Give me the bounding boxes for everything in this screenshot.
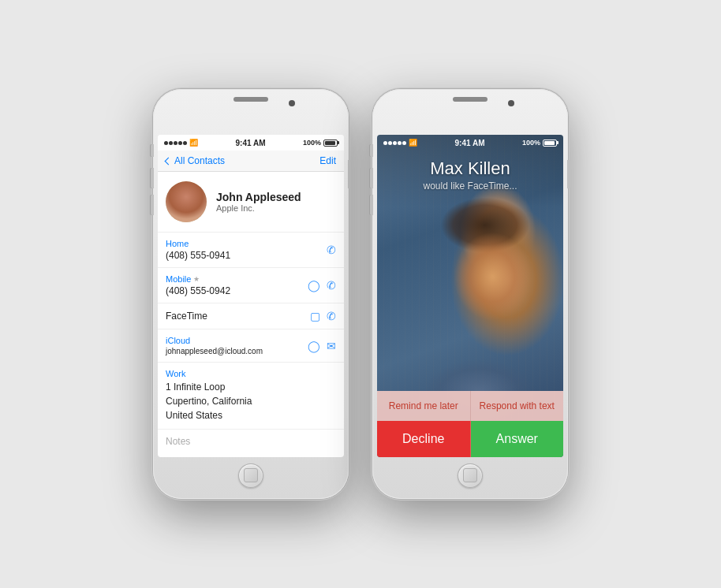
secondary-actions: Remind me later Respond with text — [377, 391, 563, 421]
volume-up-button-2[interactable] — [370, 168, 373, 188]
speaker-grille — [233, 97, 268, 102]
contact-company: Apple Inc. — [216, 203, 301, 213]
field-icloud-row: iCloud johnappleseed@icloud.com ◯ ✉ — [166, 336, 336, 355]
field-home-content: Home (408) 555-0941 — [166, 239, 230, 261]
silent-switch-2[interactable] — [370, 144, 373, 157]
decline-button[interactable]: Decline — [377, 421, 471, 457]
chevron-left-icon — [165, 157, 173, 165]
back-button[interactable]: All Contacts — [166, 155, 225, 166]
contact-info: John Appleseed Apple Inc. — [216, 191, 301, 213]
ft-status-left: 📶 — [383, 139, 417, 147]
field-home: Home (408) 555-0941 ✆ — [158, 233, 344, 268]
volume-up-button[interactable] — [151, 168, 154, 188]
answer-button[interactable]: Answer — [471, 421, 564, 457]
phones-container: 📶 9:41 AM 100% All Contacts Edit — [153, 89, 568, 499]
volume-down-button[interactable] — [151, 195, 154, 215]
status-left: 📶 — [164, 139, 198, 147]
message-icon-2[interactable]: ◯ — [308, 340, 320, 352]
status-right: 100% — [303, 139, 338, 147]
field-facetime-row: FaceTime ▢ ✆ — [166, 310, 336, 322]
field-work-label: Work — [166, 369, 336, 378]
contact-fields: Home (408) 555-0941 ✆ Mobile ★ (408) 555… — [158, 233, 344, 453]
phone-icon[interactable]: ✆ — [327, 244, 336, 256]
ft-battery-label: 100% — [522, 139, 540, 147]
home-button[interactable] — [238, 463, 263, 488]
iphone-facetime: 📶 9:41 AM 100% Max Killen would like Fac… — [372, 89, 568, 499]
ft-status-right: 100% — [522, 139, 557, 147]
volume-down-button-2[interactable] — [370, 195, 373, 215]
field-facetime: FaceTime ▢ ✆ — [158, 303, 344, 329]
field-home-value[interactable]: (408) 555-0941 — [166, 250, 230, 261]
field-icloud-icons: ◯ ✉ — [308, 340, 336, 352]
field-facetime-content: FaceTime — [166, 311, 207, 322]
field-home-icons: ✆ — [327, 244, 336, 256]
remind-later-button[interactable]: Remind me later — [377, 391, 471, 421]
call-type: would like FaceTime... — [377, 180, 563, 192]
home-button-2[interactable] — [458, 463, 483, 488]
ft-time-display: 9:41 AM — [454, 139, 484, 147]
battery-icon — [323, 140, 338, 147]
field-mobile-content: Mobile ★ (408) 555-0942 — [166, 274, 230, 296]
time-display: 9:41 AM — [235, 139, 265, 147]
facetime-incoming-screen: 📶 9:41 AM 100% Max Killen would like Fac… — [377, 135, 563, 457]
message-icon[interactable]: ◯ — [308, 279, 320, 292]
front-camera — [289, 100, 295, 106]
field-home-label: Home — [166, 239, 230, 248]
ft-signal-icon — [383, 141, 406, 145]
field-mobile: Mobile ★ (408) 555-0942 ◯ ✆ — [158, 268, 344, 303]
field-mobile-label: Mobile ★ — [166, 274, 230, 284]
field-work: Work 1 Infinite LoopCupertino, Californi… — [158, 363, 344, 430]
phone-icon-2[interactable]: ✆ — [327, 279, 336, 292]
call-actions: Remind me later Respond with text Declin… — [377, 391, 563, 457]
contacts-screen: 📶 9:41 AM 100% All Contacts Edit — [158, 135, 344, 457]
edit-button[interactable]: Edit — [319, 155, 336, 166]
field-icloud: iCloud johnappleseed@icloud.com ◯ ✉ — [158, 329, 344, 363]
ft-battery-icon — [543, 140, 557, 147]
field-facetime-label-text: FaceTime — [166, 311, 207, 322]
field-mobile-row: Mobile ★ (408) 555-0942 ◯ ✆ — [166, 274, 336, 296]
avatar — [166, 181, 207, 222]
power-button-2[interactable] — [567, 160, 570, 188]
mail-icon[interactable]: ✉ — [327, 340, 336, 352]
iphone-contacts: 📶 9:41 AM 100% All Contacts Edit — [153, 89, 349, 499]
respond-text-button[interactable]: Respond with text — [471, 391, 564, 421]
video-icon[interactable]: ▢ — [310, 310, 320, 322]
caller-name: Max Killen — [377, 158, 563, 179]
field-icloud-content: iCloud johnappleseed@icloud.com — [166, 336, 263, 355]
home-button-inner — [244, 468, 258, 482]
status-bar: 📶 9:41 AM 100% — [158, 135, 344, 151]
phone-icon-3[interactable]: ✆ — [327, 310, 336, 322]
facetime-background: 📶 9:41 AM 100% Max Killen would like Fac… — [377, 135, 563, 457]
field-mobile-value[interactable]: (408) 555-0942 — [166, 285, 230, 296]
notes-field[interactable]: Notes — [158, 430, 344, 453]
silent-switch[interactable] — [151, 144, 154, 157]
contact-header: John Appleseed Apple Inc. — [158, 172, 344, 233]
field-home-row: Home (408) 555-0941 ✆ — [166, 239, 336, 261]
field-mobile-icons: ◯ ✆ — [308, 279, 336, 292]
power-button[interactable] — [348, 160, 351, 188]
iphone-top-2 — [372, 97, 568, 102]
back-label: All Contacts — [174, 155, 225, 166]
speaker-grille-2 — [453, 97, 488, 102]
field-facetime-icons: ▢ ✆ — [310, 310, 336, 322]
signal-icon — [164, 141, 187, 145]
star-icon: ★ — [193, 275, 200, 283]
home-button-inner-2 — [463, 468, 477, 482]
front-camera-2 — [508, 100, 514, 106]
ft-wifi-icon: 📶 — [409, 139, 417, 147]
iphone-top — [153, 97, 349, 102]
field-icloud-label: iCloud — [166, 336, 263, 345]
status-bar-facetime: 📶 9:41 AM 100% — [377, 135, 563, 151]
field-work-value[interactable]: 1 Infinite LoopCupertino, CaliforniaUnit… — [166, 380, 336, 422]
wifi-icon: 📶 — [189, 139, 198, 147]
primary-actions: Decline Answer — [377, 421, 563, 457]
battery-label: 100% — [303, 139, 321, 147]
contact-name: John Appleseed — [216, 191, 301, 203]
contacts-nav: All Contacts Edit — [158, 151, 344, 172]
field-icloud-value[interactable]: johnappleseed@icloud.com — [166, 347, 263, 355]
